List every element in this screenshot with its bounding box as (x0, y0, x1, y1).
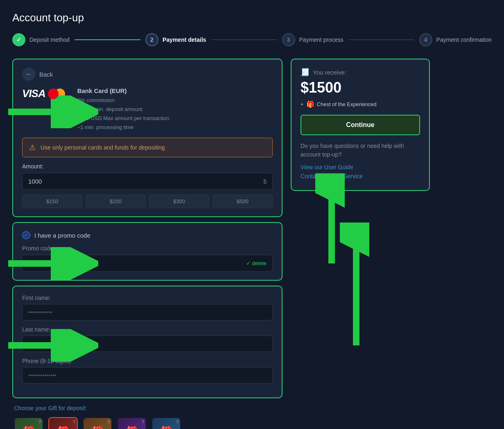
first-name-field: First name: (22, 295, 273, 320)
step-3: 3 Payment process (282, 33, 344, 46)
visa-text: VISA (22, 87, 45, 100)
payment-info-row: VISA Bank Card (EUR) 0% commission 2 USD… (22, 87, 273, 132)
promo-title: I have a promo code (34, 232, 90, 239)
step-2-circle: 2 (145, 33, 158, 46)
promo-input[interactable] (23, 255, 240, 271)
step-3-circle: 3 (282, 33, 295, 46)
arrow-right-panel-up (340, 222, 373, 345)
step-4: 4 Payment confirmation (419, 33, 492, 46)
gift-item-1[interactable]: 🎁? (14, 417, 43, 429)
back-label: Back (39, 71, 53, 78)
gift-item-2[interactable]: 🎁? (48, 417, 78, 429)
quick-amounts: $150 $200 $300 $500 (22, 195, 273, 208)
you-receive-label: 🧾 You receive: (301, 68, 420, 77)
amount-input-row: $ (22, 173, 273, 190)
first-name-input[interactable] (22, 304, 273, 320)
payment-method-card: ← Back VISA Bank Card (EUR) 0% commis (12, 59, 283, 217)
last-name-input[interactable] (22, 336, 273, 352)
commission-text: 0% commission (77, 96, 170, 105)
amount-label: Amount: (22, 163, 273, 170)
payment-details: Bank Card (EUR) 0% commission 2 USD min.… (77, 87, 170, 132)
min-deposit-text: 2 USD min. deposit amount (77, 105, 170, 114)
continue-button[interactable]: Continue (301, 115, 420, 135)
last-name-field: Last name: (22, 326, 273, 352)
quick-amount-150[interactable]: $150 (22, 195, 82, 208)
step-4-label: Payment confirmation (436, 36, 492, 43)
back-row: ← Back (22, 68, 273, 81)
gift-box-2: 🎁? (49, 418, 77, 429)
gift-item-5[interactable]: 🎁? (151, 417, 181, 429)
step-1: ✓ Deposit method (12, 33, 70, 46)
first-name-label: First name: (22, 295, 273, 301)
max-amount-text: 1095 USD Max amount per transaction (77, 114, 170, 123)
right-panel: 🧾 You receive: $1500 + 🎁 Chest of the Ex… (291, 59, 430, 191)
quick-amount-300[interactable]: $300 (149, 195, 209, 208)
step-3-label: Payment process (299, 36, 344, 43)
gift-item-4[interactable]: 🎁? (117, 417, 147, 429)
delete-promo-button[interactable]: ✓ delete (240, 260, 272, 266)
phone-field: Phone (8-12 digits): (22, 358, 273, 384)
processing-time-text: ~1 min. processing time (77, 123, 170, 132)
step-2: 2 Payment details (145, 33, 206, 46)
promo-label: Promo code: (22, 245, 273, 252)
amount-input[interactable] (23, 173, 258, 189)
page-title: Account top-up (12, 11, 492, 24)
gift-box-1: 🎁? (15, 418, 43, 429)
step-4-circle: 4 (419, 33, 432, 46)
step-2-label: Payment details (163, 36, 206, 43)
warning-icon: ⚠ (29, 143, 36, 152)
phone-input[interactable] (22, 367, 273, 384)
mastercard-icon (48, 89, 65, 99)
quick-amount-500[interactable]: $500 (212, 195, 273, 208)
gift-items: 🎁? 🎁? 🎁? 🎁 (14, 417, 281, 429)
step-line-3 (348, 39, 414, 40)
gift-box-4: 🎁? (118, 418, 146, 429)
step-line-1 (75, 39, 140, 40)
gift-item-3[interactable]: 🎁? (83, 417, 112, 429)
help-text: Do you have questions or need help with … (301, 142, 420, 159)
promo-code-card: ✓ I have a promo code Promo code: ✓ dele… (12, 222, 283, 281)
phone-label: Phone (8-12 digits): (22, 358, 273, 364)
gift-section: Choose your Gift for deposit: 🎁? 🎁? (12, 403, 283, 429)
step-1-circle: ✓ (12, 33, 25, 46)
chest-bonus: + 🎁 Chest of the Experienced (301, 100, 420, 108)
visa-mastercard-logo: VISA (22, 87, 65, 100)
currency-symbol: $ (258, 178, 272, 185)
gift-label: Choose your Gift for deposit: (14, 405, 281, 411)
chest-icon-small: 🎁 (306, 100, 314, 108)
step-1-label: Deposit method (29, 36, 70, 43)
promo-input-row: ✓ delete (22, 255, 273, 272)
quick-amount-200[interactable]: $200 (86, 195, 146, 208)
promo-header: ✓ I have a promo code (22, 231, 273, 239)
promo-checkbox[interactable]: ✓ (22, 231, 30, 239)
gift-box-3: 🎁? (84, 418, 111, 429)
mc-circle-left (48, 89, 59, 99)
gift-box-5: 🎁? (152, 418, 180, 429)
last-name-label: Last name: (22, 326, 273, 333)
receipt-icon: 🧾 (301, 68, 310, 77)
warning-text: Use only personal cards and funds for de… (41, 144, 165, 151)
warning-box: ⚠ Use only personal cards and funds for … (22, 138, 273, 157)
left-panel: ← Back VISA Bank Card (EUR) 0% commis (12, 59, 283, 429)
personal-info-card: First name: Last name: Phone (8-12 digit… (12, 286, 283, 398)
back-button[interactable]: ← (22, 68, 35, 81)
step-line-2 (211, 39, 277, 40)
payment-method-name: Bank Card (EUR) (77, 87, 170, 94)
support-link[interactable]: Contact Support Service (301, 173, 420, 179)
user-guide-link[interactable]: View our User Guide (301, 164, 420, 170)
main-content: ← Back VISA Bank Card (EUR) 0% commis (12, 59, 492, 429)
stepper: ✓ Deposit method 2 Payment details 3 Pay… (12, 33, 492, 46)
receive-amount: $1500 (301, 79, 420, 96)
